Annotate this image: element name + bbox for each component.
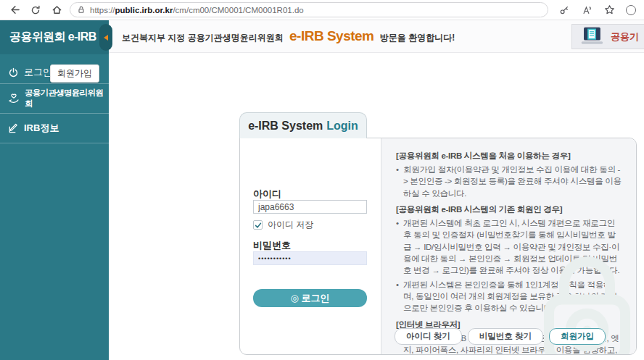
browser-nav-icons — [9, 4, 62, 16]
pencil-icon — [8, 123, 19, 134]
login-tab-title: e-IRB System — [248, 120, 323, 133]
welcome-suffix: 방문을 환영합니다! — [380, 33, 455, 43]
welcome-text: 보건복지부 지정 공용기관생명윤리위원회 e-IRB System 방문을 환영… — [122, 28, 455, 44]
login-info-panel: [공용위원회 e-IRB 시스템을 처음 이용하는 경우] 회원가입 절차(이용… — [381, 138, 636, 354]
sidebar-council-label: 공용기관생명윤리위원회 — [25, 88, 109, 109]
login-form: 아이디 아이디 저장 비밀번호 ◎ 로그인 — [240, 138, 381, 354]
sidebar-title: 공용위원회 e-IRB — [0, 20, 109, 54]
sidebar-divider — [0, 83, 109, 84]
browser-toolbar: https://public.irb.or.kr/cm/cm00/CM0001/… — [0, 0, 644, 20]
sidebar-divider — [0, 143, 109, 143]
sidebar-login-label: 로그인 — [24, 66, 52, 79]
back-icon[interactable] — [9, 4, 20, 16]
hand-heart-icon — [8, 93, 20, 104]
sidebar-divider — [0, 113, 109, 114]
login-button[interactable]: ◎ 로그인 — [253, 289, 367, 307]
brand-text: e-IRB System — [289, 28, 374, 43]
sidebar-collapse-button[interactable] — [99, 24, 112, 51]
info-heading: [공용위원회 e-IRB 시스템을 처음 이용하는 경우] — [396, 151, 622, 162]
header-right-button-label: 공용기 — [611, 30, 639, 43]
chevron-left-icon — [104, 35, 108, 41]
save-id-checkbox[interactable] — [253, 220, 263, 230]
sidebar-irb-info-label: IRB정보 — [24, 122, 59, 135]
power-icon — [8, 67, 19, 78]
login-panel: 아이디 아이디 저장 비밀번호 ◎ 로그인 [공용위원회 e-IRB 시스템을 … — [239, 138, 637, 355]
id-input[interactable] — [253, 200, 367, 214]
sidebar-item-irb-info[interactable]: IRB정보 — [0, 117, 109, 139]
id-label: 아이디 — [253, 188, 281, 201]
sidebar: 공용위원회 e-IRB 로그인 회원가입 공용기관생명윤리위원회 IRB정보 — [0, 20, 109, 360]
sidebar-title-text: 공용위원회 e-IRB — [9, 30, 96, 45]
lock-icon — [77, 5, 86, 14]
password-label: 비밀번호 — [253, 239, 291, 252]
read-aloud-icon[interactable] — [581, 4, 593, 16]
find-id-button[interactable]: 아이디 찾기 — [395, 328, 462, 345]
find-password-button[interactable]: 비밀번호 찾기 — [468, 328, 543, 345]
screen: https://public.irb.or.kr/cm/cm00/CM0001/… — [0, 0, 644, 360]
info-section-first-time: [공용위원회 e-IRB 시스템을 처음 이용하는 경우] 회원가입 절차(이용… — [396, 151, 622, 199]
save-id-label: 아이디 저장 — [268, 219, 313, 231]
sidebar-signup-button[interactable]: 회원가입 — [50, 64, 99, 83]
check-icon — [255, 222, 262, 229]
home-icon[interactable] — [51, 4, 62, 16]
login-panel-tab: e-IRB System Login — [239, 112, 367, 138]
browser-action-icons — [558, 4, 630, 16]
save-id-checkbox-row[interactable]: 아이디 저장 — [253, 219, 313, 231]
header-right-button[interactable]: 공용기 — [571, 24, 644, 49]
password-input[interactable] — [253, 251, 367, 265]
refresh-icon[interactable] — [30, 4, 41, 16]
account-actions-row: 아이디 찾기 비밀번호 찾기 회원가입 — [395, 328, 606, 345]
sidebar-item-council[interactable]: 공용기관생명윤리위원회 — [0, 88, 109, 109]
profile-icon[interactable] — [626, 5, 636, 15]
laptop-icon — [579, 27, 604, 46]
info-bullet: 회원가입 절차(이용약관 및 개인정보 수집 이용에 대한 동의 -> 본인인증… — [396, 164, 622, 199]
signup-button[interactable]: 회원가입 — [549, 328, 606, 345]
address-bar[interactable]: https://public.irb.or.kr/cm/cm00/CM0001/… — [70, 2, 548, 17]
url-text: https://public.irb.or.kr/cm/cm00/CM0001/… — [90, 6, 304, 14]
info-heading: [공용위원회 e-IRB 시스템의 기존 회원인 경우] — [396, 204, 622, 215]
welcome-header: 보건복지부 지정 공용기관생명윤리위원회 e-IRB System 방문을 환영… — [109, 20, 644, 53]
login-tab-accent: Login — [326, 120, 358, 133]
welcome-prefix: 보건복지부 지정 공용기관생명윤리위원회 — [122, 33, 284, 43]
favorite-star-icon[interactable] — [603, 4, 615, 16]
key-icon[interactable] — [558, 4, 570, 16]
